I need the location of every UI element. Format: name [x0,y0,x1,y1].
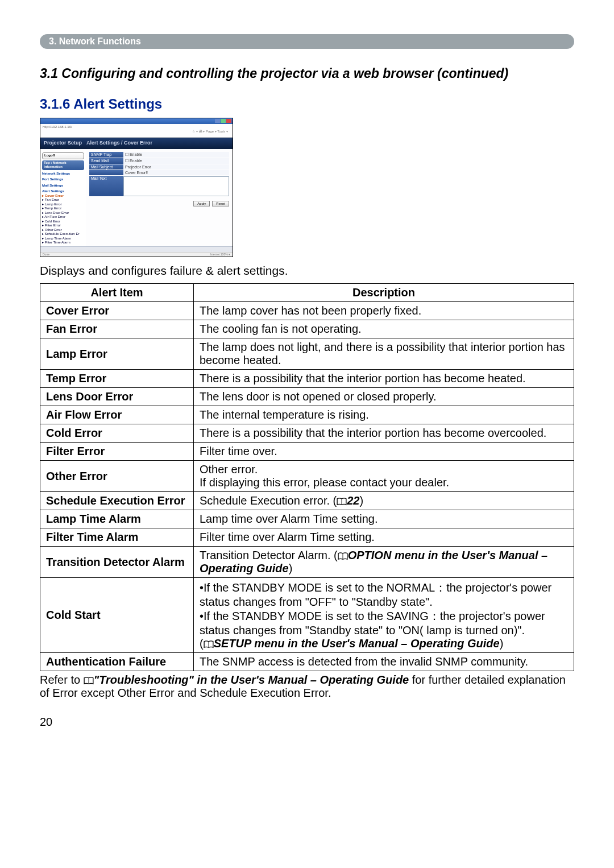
window-titlebar [40,118,233,124]
sidebar: Logoff Top : Network Information Network… [40,149,86,251]
sidebar-alert-item[interactable]: ▸ Other Error [42,228,84,233]
alert-table: Alert Item Description Cover ErrorThe la… [40,283,574,671]
sidebar-alert-item[interactable]: ▸ Lens Door Error [42,211,84,216]
sidebar-link[interactable]: Network Settings [42,172,84,176]
sidebar-alert-item[interactable]: ▸ Filter Error [42,224,84,228]
manual-ref: SETUP menu in the User's Manual – Operat… [214,637,500,650]
alert-item: Filter Time Alarm [40,528,194,547]
sidebar-alert-item[interactable]: ▸ Temp Error [42,206,84,211]
row-value[interactable]: Projector Error [123,164,229,170]
book-icon [338,550,348,558]
book-icon [84,675,94,683]
horizontal-scrollbar[interactable] [40,246,233,252]
maximize-icon[interactable] [221,119,226,123]
alert-item: Fan Error [40,320,194,338]
book-icon [204,638,214,646]
status-right: Internet 100% ▾ [210,253,230,257]
alert-desc: Filter time over. [194,443,574,461]
alert-item: Other Error [40,461,194,492]
header-desc: Description [194,284,574,302]
sidebar-alert-item[interactable]: ▸ Fan Error [42,198,84,202]
alert-desc: The internal temperature is rising. [194,406,574,424]
sidebar-link[interactable]: Mail Settings [42,184,84,188]
subsection-title: 3.1.6 Alert Settings [40,96,574,112]
alert-desc: •If the STANDBY MODE is set to the NORMA… [194,578,574,653]
banner-title: Projector Setup [44,140,82,147]
alert-desc: The lens door is not opened or closed pr… [194,388,574,406]
alert-item: Lens Door Error [40,388,194,406]
status-left: Done [43,253,49,257]
alert-item: Air Flow Error [40,406,194,424]
alert-item: Authentication Failure [40,653,194,671]
book-icon [337,495,347,503]
embedded-browser-screenshot: http://192.168.1.10/ ☆ ▾ 🖶 ▾ Page ▾ Tool… [40,118,233,257]
page-banner: Projector Setup Alert Settings / Cover E… [40,138,233,149]
table-row: Cold ErrorThere is a possibility that th… [40,424,574,443]
table-row: Other ErrorOther error. If displaying th… [40,461,574,492]
table-row: Lamp Time AlarmLamp time over Alarm Time… [40,510,574,528]
alert-desc: The cooling fan is not operating. [194,320,574,338]
row-value[interactable]: ☐ Enable [123,158,229,164]
table-row: Fan ErrorThe cooling fan is not operatin… [40,320,574,338]
row-value[interactable]: ☐ Enable [123,152,229,158]
reset-button[interactable]: Reset [212,201,229,206]
alert-desc: The lamp cover has not been properly fix… [194,302,574,320]
table-row: Air Flow ErrorThe internal temperature i… [40,406,574,424]
table-row: Transition Detector AlarmTransition Dete… [40,547,574,578]
alert-item: Cold Error [40,424,194,443]
alert-desc: Lamp time over Alarm Time setting. [194,510,574,528]
apply-button[interactable]: Apply [193,201,210,206]
table-row: Schedule Execution ErrorSchedule Executi… [40,492,574,510]
row-label: Mail Subject [89,164,123,170]
header-item: Alert Item [40,284,194,302]
sidebar-alert-item[interactable]: ▸ Schedule Execution Er [42,232,84,237]
alert-desc: There is a possibility that the interior… [194,424,574,443]
table-row: Lens Door ErrorThe lens door is not open… [40,388,574,406]
panel-title: Alert Settings / Cover Error [86,140,152,147]
page-number: 20 [40,716,574,729]
table-header-row: Alert Item Description [40,284,574,302]
main-panel: SNMP Trap☐ Enable Send Mail☐ Enable Mail… [86,149,233,251]
row-label: SNMP Trap [89,152,123,158]
alert-item: Lamp Time Alarm [40,510,194,528]
address-bar[interactable]: http://192.168.1.10/ [43,125,72,129]
footer-text: Refer to "Troubleshooting" in the User's… [40,673,574,700]
alert-desc: There is a possibility that the interior… [194,370,574,388]
table-row: Cover ErrorThe lamp cover has not been p… [40,302,574,320]
browser-toolbar: http://192.168.1.10/ ☆ ▾ 🖶 ▾ Page ▾ Tool… [40,124,233,138]
table-row: Authentication FailureThe SNMP access is… [40,653,574,671]
table-row: Filter ErrorFilter time over. [40,443,574,461]
alert-desc: The SNMP access is detected from the inv… [194,653,574,671]
chapter-bar: 3. Network Functions [40,34,574,49]
alert-item: Cover Error [40,302,194,320]
minimize-icon[interactable] [215,119,220,123]
window-buttons[interactable] [215,119,231,123]
page-ref: 22 [347,494,359,507]
manual-ref: "Troubleshooting" in the User's Manual –… [94,673,409,686]
table-row: Lamp ErrorThe lamp does not light, and t… [40,338,574,370]
row-value[interactable]: Cover Error!! [123,170,229,175]
mail-text-input[interactable] [123,176,229,196]
alert-item: Schedule Execution Error [40,492,194,510]
table-row: Temp ErrorThere is a possibility that th… [40,370,574,388]
table-row: Filter Time AlarmFilter time over Alarm … [40,528,574,547]
sidebar-link[interactable]: Port Settings [42,177,84,182]
sidebar-alert-item[interactable]: ▸ Lamp Time Alarm [42,237,84,241]
sidebar-alert-item[interactable]: ▸ Filter Time Alarm [42,241,84,245]
browser-tools-row: ☆ ▾ 🖶 ▾ Page ▾ Tools ▾ [43,129,230,134]
alert-desc: Transition Detector Alarm. (OPTION menu … [194,547,574,578]
sidebar-alert-item[interactable]: ▸ Lamp Error [42,202,84,207]
sidebar-alert-item[interactable]: ▸ Cold Error [42,220,84,224]
alert-desc: Other error. If displaying this error, p… [194,461,574,492]
sidebar-alert-current[interactable]: ▸ Cover Error [42,194,84,199]
alert-desc: Filter time over Alarm Time setting. [194,528,574,547]
sidebar-tab-top[interactable]: Top : Network Information [42,160,84,170]
row-label: Send Mail [89,158,123,164]
mail-text-label: Mail Text [89,176,123,196]
alert-desc: The lamp does not light, and there is a … [194,338,574,370]
close-icon[interactable] [226,119,231,123]
sidebar-tab-logoff[interactable]: Logoff [42,152,84,159]
alert-item: Lamp Error [40,338,194,370]
sidebar-alert-item[interactable]: ▸ Air Flow Error [42,215,84,220]
sidebar-alert-header: Alert Settings [42,189,84,194]
